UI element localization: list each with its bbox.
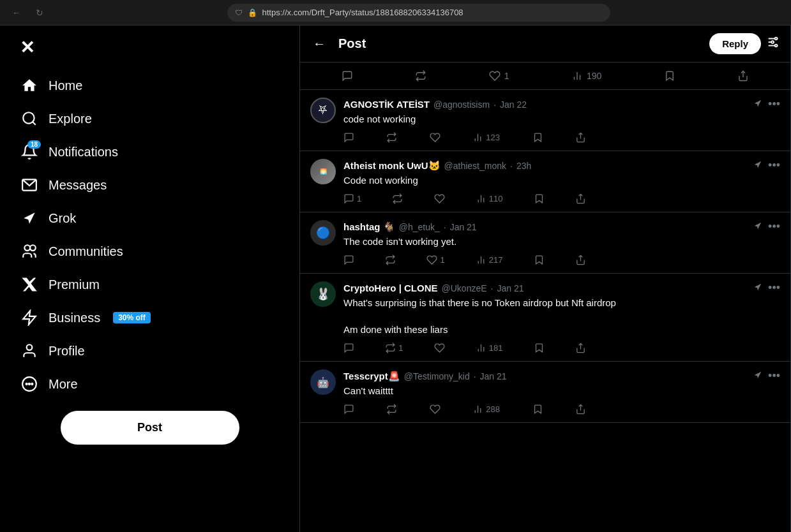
browser-chrome: ← ↻ 🛡 🔒 https://x.com/Drft_Party/status/… [0,0,791,26]
tweet-meta-left: Tesscrypt🚨 @Testimony_kid · Jan 21 [343,371,507,382]
home-label: Home [49,78,82,93]
share-action[interactable] [575,343,586,353]
communities-label: Communities [49,244,123,259]
tweet-text: Code not working [343,174,780,187]
x-logo[interactable]: ✕ [10,31,43,64]
sidebar-item-grok[interactable]: Grok [10,202,289,235]
post-button[interactable]: Post [61,411,239,445]
tweet-body: AGNOSTİK ATEİST @agnostisism · Jan 22 ••… [343,98,780,143]
sidebar-item-home[interactable]: Home [10,69,289,102]
retweet-action[interactable] [386,132,397,143]
more-options-icon[interactable]: ••• [768,98,780,111]
svg-point-10 [31,383,33,385]
grok-small-icon[interactable] [753,98,763,110]
sidebar-item-premium[interactable]: Premium [10,268,289,301]
bookmark-action[interactable] [664,70,675,82]
reply-action[interactable] [343,132,354,143]
like-action[interactable] [434,193,445,204]
search-icon [20,110,38,128]
app-container: ✕ Home Explore 18 Notifications [0,26,791,532]
person-icon [20,342,38,360]
share-action[interactable] [575,255,586,265]
views-count: 123 [486,133,500,142]
bookmark-action[interactable] [534,193,545,204]
reply-action[interactable] [342,70,353,82]
more-options-icon[interactable]: ••• [768,159,780,172]
refresh-button[interactable]: ↻ [31,4,49,22]
tweet-body: Atheist monk UwU🐱 @athiest_monk · 23h ••… [343,159,780,204]
retweet-action[interactable] [385,255,396,265]
sidebar-item-communities[interactable]: Communities [10,235,289,268]
tweet-actions: 288 [343,404,586,415]
grok-small-icon[interactable] [753,370,763,382]
tweet-text: code not working [343,112,780,126]
notification-badge: 18 [27,140,41,149]
more-options-icon[interactable]: ••• [768,281,780,295]
grok-small-icon[interactable] [753,159,763,172]
communities-icon [20,242,38,260]
mail-icon [20,176,38,194]
reply-button[interactable]: Reply [709,33,761,54]
back-button[interactable]: ← [8,4,26,22]
list-item: 🐰 CryptoHero | CLONE @UkonzeE · Jan 21 •… [300,274,790,362]
tweet-username: Tesscrypt🚨 [343,371,400,382]
tweet-timestamp: Jan 21 [450,222,477,232]
reply-action[interactable] [343,404,354,415]
more-options-icon[interactable]: ••• [768,369,780,383]
views-action[interactable]: 288 [472,404,500,415]
sidebar-item-more[interactable]: More [10,367,289,401]
sidebar-item-explore[interactable]: Explore [10,102,289,135]
grok-small-icon[interactable] [753,282,763,294]
views-count: 110 [489,194,503,203]
bookmark-action[interactable] [532,404,543,415]
views-action[interactable]: 181 [476,343,503,353]
business-badge: 30% off [113,312,151,323]
reply-action[interactable] [343,343,354,353]
tweet-handle: @agnostisism [433,100,490,110]
address-bar[interactable]: 🛡 🔒 https://x.com/Drft_Party/status/1881… [227,4,610,22]
views-action[interactable]: 123 [472,132,500,143]
like-action[interactable]: 1 [489,70,509,82]
like-action[interactable] [430,404,441,415]
sidebar-item-messages[interactable]: Messages [10,168,289,202]
sidebar-item-profile[interactable]: Profile [10,334,289,367]
svg-point-6 [27,344,33,350]
more-label: More [49,377,78,392]
retweet-action[interactable]: 1 [385,343,403,353]
like-action[interactable] [430,132,441,143]
bookmark-action[interactable] [534,343,545,353]
avatar: 🐰 [310,281,336,307]
tweet-meta-right: ••• [753,98,780,111]
adjust-icon[interactable] [766,35,780,52]
share-action[interactable] [737,70,749,82]
views-count: 181 [489,343,503,353]
like-action[interactable]: 1 [426,255,444,265]
back-button[interactable]: ← [310,34,328,54]
retweet-action[interactable] [392,193,403,204]
retweet-action[interactable] [415,70,426,82]
premium-icon [20,276,38,293]
like-action[interactable] [434,343,445,353]
share-action[interactable] [575,132,586,143]
shield-icon: 🛡 [235,8,243,17]
reply-action[interactable]: 1 [343,193,361,204]
views-action[interactable]: 110 [476,193,503,204]
views-action[interactable]: 217 [476,255,503,265]
sidebar-item-notifications[interactable]: 18 Notifications [10,135,289,168]
business-icon [20,309,38,327]
grok-small-icon[interactable] [753,221,763,233]
tweet-body: CryptoHero | CLONE @UkonzeE · Jan 21 •••… [343,281,780,353]
svg-point-3 [24,245,30,251]
share-action[interactable] [575,193,586,204]
retweet-action[interactable] [386,404,397,415]
views-action[interactable]: 190 [571,70,601,82]
reply-action[interactable] [343,255,354,265]
share-action[interactable] [575,404,586,415]
bookmark-action[interactable] [532,132,543,143]
svg-marker-5 [23,311,36,325]
bookmark-action[interactable] [534,255,545,265]
more-options-icon[interactable]: ••• [768,220,780,233]
sidebar-item-business[interactable]: Business 30% off [10,301,289,334]
list-item: ⛧ AGNOSTİK ATEİST @agnostisism · Jan 22 … [300,90,790,151]
tweet-actions: 1 181 [343,343,586,353]
